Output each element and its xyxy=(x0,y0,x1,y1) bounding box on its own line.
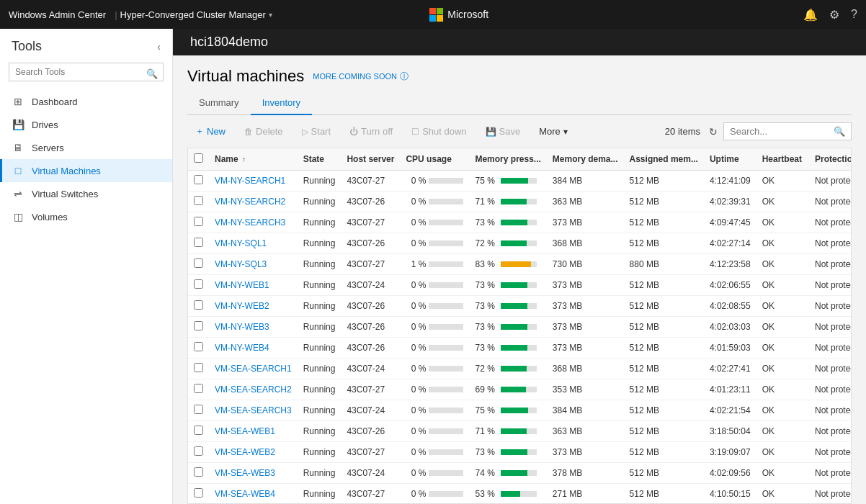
vm-link[interactable]: VM-SEA-SEARCH1 xyxy=(215,364,292,374)
start-icon: ▷ xyxy=(302,127,308,137)
row-checkbox-cell xyxy=(188,296,209,317)
table-row: VM-NY-WEB4Running43C07-260 %73 %373 MB51… xyxy=(188,338,852,359)
col-host[interactable]: Host server xyxy=(341,148,400,171)
help-icon[interactable]: ? xyxy=(851,8,857,21)
row-host: 43C07-27 xyxy=(341,484,400,505)
row-protection: Not protected xyxy=(809,442,852,463)
row-mem-demand: 373 MB xyxy=(547,338,624,359)
col-cpu[interactable]: CPU usage xyxy=(400,148,469,171)
table-search-input[interactable] xyxy=(730,126,831,137)
sidebar-collapse-button[interactable]: ‹ xyxy=(157,41,161,53)
vm-link[interactable]: VM-SEA-WEB4 xyxy=(215,489,275,499)
sidebar-item-virtual-switches[interactable]: ⇌Virtual Switches xyxy=(0,182,172,205)
sidebar-item-dashboard[interactable]: ⊞Dashboard xyxy=(0,90,172,113)
select-all-checkbox[interactable] xyxy=(194,153,203,163)
vm-link[interactable]: VM-NY-WEB1 xyxy=(215,280,269,290)
row-protection: Not protected xyxy=(809,400,852,421)
sidebar-search-container: 🔍 xyxy=(0,60,172,90)
row-checkbox[interactable] xyxy=(194,238,203,247)
new-button[interactable]: ＋ New xyxy=(187,121,233,142)
vm-link[interactable]: VM-NY-SEARCH3 xyxy=(215,217,285,228)
info-icon: ⓘ xyxy=(400,71,409,83)
row-checkbox[interactable] xyxy=(194,300,203,310)
row-mem-demand: 373 MB xyxy=(547,296,624,317)
vm-link[interactable]: VM-SEA-WEB1 xyxy=(215,426,275,436)
row-uptime: 4:12:23:58 xyxy=(704,254,756,275)
col-protection[interactable]: Protection... xyxy=(809,148,852,171)
shutdown-icon: ☐ xyxy=(411,127,419,137)
table-row: VM-NY-SEARCH2Running43C07-260 %71 %363 M… xyxy=(188,192,852,212)
vm-link[interactable]: VM-NY-WEB4 xyxy=(215,343,269,353)
vm-link[interactable]: VM-NY-SQL1 xyxy=(215,238,267,248)
row-checkbox[interactable] xyxy=(194,384,203,393)
nav-icon-drives: 💾 xyxy=(12,119,24,130)
more-button[interactable]: More ▾ xyxy=(531,122,576,141)
save-button[interactable]: 💾 Save xyxy=(478,122,529,141)
col-assigned-mem[interactable]: Assigned mem... xyxy=(624,148,704,171)
row-checkbox-cell xyxy=(188,338,209,359)
main-content: Virtual machines MORE COMING SOON ⓘ Summ… xyxy=(173,55,866,504)
sidebar-item-servers[interactable]: 🖥Servers xyxy=(0,136,172,159)
sidebar-item-virtual-machines[interactable]: □Virtual Machines xyxy=(0,159,172,182)
row-checkbox[interactable] xyxy=(194,217,203,226)
col-mem-press[interactable]: Memory press... xyxy=(469,148,546,171)
row-checkbox[interactable] xyxy=(194,342,203,351)
row-checkbox[interactable] xyxy=(194,488,203,498)
vm-link[interactable]: VM-SEA-WEB3 xyxy=(215,468,275,478)
row-name: VM-SEA-WEB3 xyxy=(209,463,298,484)
search-tools-input[interactable] xyxy=(9,63,164,81)
col-mem-demand[interactable]: Memory dema... xyxy=(547,148,624,171)
tab-summary[interactable]: Summary xyxy=(187,91,251,115)
row-assigned-mem: 512 MB xyxy=(624,233,704,254)
row-host: 43C07-26 xyxy=(341,317,400,338)
row-state: Running xyxy=(298,421,342,442)
row-checkbox[interactable] xyxy=(194,363,203,372)
select-all-header[interactable] xyxy=(188,148,209,171)
sidebar-item-volumes[interactable]: ◫Volumes xyxy=(0,205,172,228)
row-checkbox[interactable] xyxy=(194,321,203,330)
row-uptime: 4:01:59:03 xyxy=(704,338,756,359)
vm-link[interactable]: VM-NY-WEB2 xyxy=(215,301,269,311)
settings-icon[interactable]: ⚙ xyxy=(829,8,839,22)
col-heartbeat[interactable]: Heartbeat xyxy=(756,148,809,171)
row-checkbox[interactable] xyxy=(194,175,203,184)
col-state[interactable]: State xyxy=(298,148,342,171)
row-checkbox[interactable] xyxy=(194,258,203,268)
vm-link[interactable]: VM-NY-SEARCH2 xyxy=(215,197,285,207)
row-checkbox[interactable] xyxy=(194,196,203,205)
row-checkbox[interactable] xyxy=(194,279,203,289)
row-cpu: 0 % xyxy=(400,275,469,296)
notification-icon[interactable]: 🔔 xyxy=(803,8,818,22)
turnoff-button[interactable]: ⏻ Turn off xyxy=(342,122,401,141)
tab-inventory[interactable]: Inventory xyxy=(251,91,312,115)
row-protection: Not protected xyxy=(809,275,852,296)
vm-link[interactable]: VM-NY-SEARCH1 xyxy=(215,176,285,186)
col-name[interactable]: Name ↑ xyxy=(209,148,298,171)
row-mem-press: 75 % xyxy=(469,400,546,421)
row-uptime: 4:02:21:54 xyxy=(704,400,756,421)
row-checkbox-cell xyxy=(188,379,209,400)
row-checkbox[interactable] xyxy=(194,405,203,414)
row-heartbeat: OK xyxy=(756,400,809,421)
row-checkbox[interactable] xyxy=(194,446,203,456)
refresh-button[interactable]: ↻ xyxy=(709,126,718,138)
start-button[interactable]: ▷ Start xyxy=(294,122,339,141)
row-mem-demand: 384 MB xyxy=(547,400,624,421)
vm-link[interactable]: VM-SEA-WEB2 xyxy=(215,447,275,457)
shutdown-button[interactable]: ☐ Shut down xyxy=(403,122,474,141)
col-uptime[interactable]: Uptime xyxy=(704,148,756,171)
row-mem-demand: 363 MB xyxy=(547,192,624,212)
vm-link[interactable]: VM-SEA-SEARCH3 xyxy=(215,405,292,415)
vm-link[interactable]: VM-NY-SQL3 xyxy=(215,259,267,269)
cluster-selector[interactable]: Hyper-Converged Cluster Manager ▾ xyxy=(120,9,272,20)
delete-button[interactable]: 🗑 Delete xyxy=(236,122,291,141)
sidebar: Tools ‹ 🔍 ⊞Dashboard💾Drives🖥Servers□Virt… xyxy=(0,29,173,504)
more-coming-label[interactable]: MORE COMING SOON ⓘ xyxy=(313,71,409,83)
row-checkbox[interactable] xyxy=(194,426,203,435)
row-protection: Not protected xyxy=(809,421,852,442)
vm-link[interactable]: VM-SEA-SEARCH2 xyxy=(215,384,292,395)
row-checkbox[interactable] xyxy=(194,467,203,477)
vm-link[interactable]: VM-NY-WEB3 xyxy=(215,322,269,332)
row-mem-press: 73 % xyxy=(469,296,546,317)
sidebar-item-drives[interactable]: 💾Drives xyxy=(0,113,172,136)
